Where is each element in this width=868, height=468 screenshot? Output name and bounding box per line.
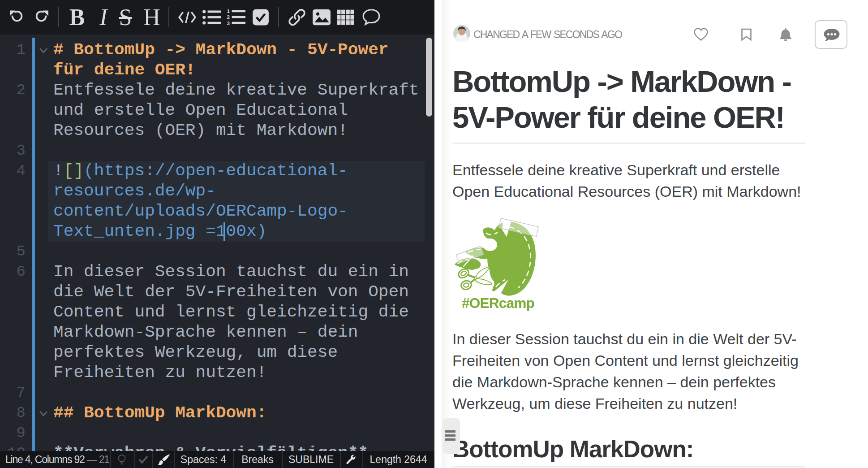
svg-text:1: 1 — [227, 9, 230, 14]
svg-text:2: 2 — [227, 14, 229, 20]
svg-text:3: 3 — [227, 21, 229, 26]
